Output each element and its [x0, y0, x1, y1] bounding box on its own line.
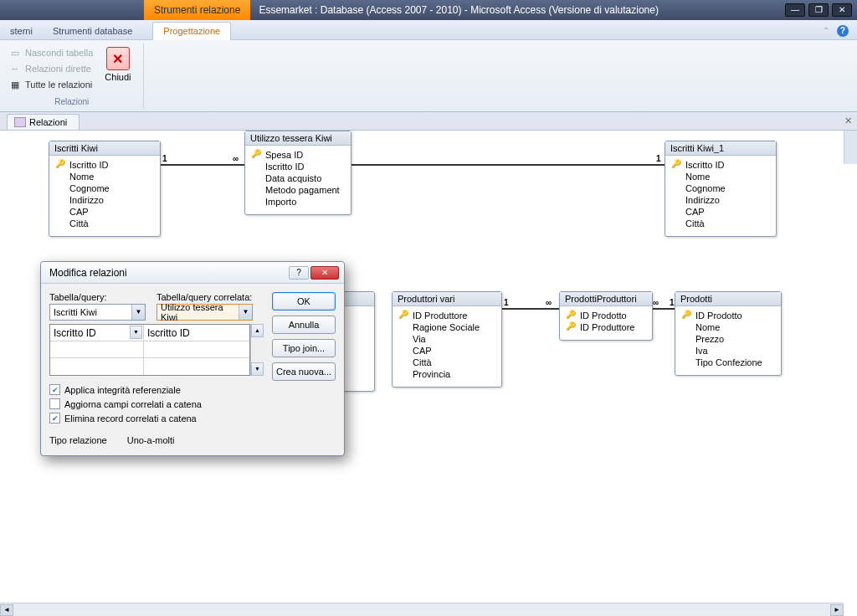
all-relations-label: Tutte le relazioni — [25, 80, 92, 90]
hide-table-label: Nascondi tabella — [25, 48, 93, 58]
window-minimize-icon[interactable]: — — [785, 3, 805, 17]
table-title: Utilizzo tessera Kiwi — [245, 131, 351, 146]
field[interactable]: CAP — [56, 206, 153, 218]
scroll-track[interactable] — [13, 604, 830, 616]
grid-cell-empty[interactable] — [144, 358, 238, 375]
field-key[interactable]: ID Prodotto — [567, 310, 645, 321]
field[interactable]: CAP — [672, 206, 769, 218]
field[interactable]: Città — [56, 218, 153, 229]
field[interactable]: Nome — [682, 321, 774, 333]
scroll-right-icon[interactable]: ► — [830, 604, 844, 616]
field-key[interactable]: Iscritto ID — [672, 159, 769, 171]
join-type-button[interactable]: Tipo join... — [272, 339, 336, 357]
cancel-button[interactable]: Annulla — [272, 316, 336, 334]
field[interactable]: Cognome — [672, 182, 769, 194]
vertical-scrollbar[interactable] — [844, 131, 857, 164]
document-close-icon[interactable]: ✕ — [844, 116, 852, 126]
checkbox-unchecked-icon — [49, 398, 60, 409]
field-key[interactable]: ID Produttore — [567, 321, 645, 333]
field[interactable]: Cognome — [56, 182, 153, 194]
ribbon-tab-bar: sterni Strumenti database Progettazione … — [0, 20, 857, 40]
field[interactable]: Nome — [672, 171, 769, 182]
ok-button[interactable]: OK — [272, 292, 336, 311]
title-bar: Strumenti relazione Essemarket : Databas… — [0, 0, 857, 20]
table-partial[interactable] — [341, 291, 375, 392]
relation-type-label: Tipo relazione — [49, 435, 107, 445]
grid-cell-left[interactable]: Iscritto ID ▼ — [50, 325, 144, 341]
field[interactable]: CAP — [399, 345, 495, 357]
edit-relation-dialog: Modifica relazioni ? ✕ Tabella/query: Is… — [40, 261, 345, 456]
field[interactable]: Iva — [682, 345, 774, 357]
combo-value: Utilizzo tessera Kiwi — [161, 302, 239, 322]
related-table-label: Tabella/query correlata: — [157, 292, 255, 302]
field[interactable]: Ragione Sociale — [399, 321, 495, 333]
field-key[interactable]: Spesa ID — [252, 149, 344, 161]
document-tab-label: Relazioni — [29, 117, 67, 127]
field[interactable]: Tipo Confezione — [682, 357, 774, 368]
horizontal-scrollbar[interactable]: ◄ ► — [0, 603, 844, 616]
grid-cell-empty[interactable] — [144, 341, 238, 357]
field[interactable]: Provincia — [399, 368, 495, 380]
field[interactable]: Indirizzo — [56, 194, 153, 206]
help-icon[interactable]: ? — [837, 25, 849, 37]
enforce-integrity-checkbox[interactable]: ✔ Applica integrità referenziale — [49, 384, 336, 395]
table-utilizzo-tessera[interactable]: Utilizzo tessera Kiwi Spesa ID Iscritto … — [244, 131, 352, 215]
field[interactable]: Città — [399, 357, 495, 368]
chevron-down-icon[interactable]: ▼ — [130, 326, 142, 339]
table-query-label: Tabella/query: — [49, 292, 148, 302]
field[interactable]: Data acquisto — [252, 172, 344, 184]
ribbon-group-label: Relazioni — [0, 97, 144, 106]
window-close-icon[interactable]: ✕ — [832, 3, 852, 17]
grid-cell-empty[interactable] — [50, 341, 144, 357]
cascade-delete-checkbox[interactable]: ✔ Elimina record correlati a catena — [49, 413, 336, 424]
tab-external[interactable]: sterni — [0, 23, 43, 39]
field-key[interactable]: ID Produttore — [399, 310, 495, 321]
table-produttori-vari[interactable]: Produttori vari ID Produttore Ragione So… — [392, 291, 502, 388]
hide-table-button[interactable]: ▭ Nascondi tabella — [7, 45, 95, 60]
ribbon-minimize-icon[interactable]: ⌃ — [820, 25, 832, 37]
field-mapping-grid[interactable]: Iscritto ID ▼ Iscritto ID — [49, 324, 250, 376]
grid-cell-right[interactable]: Iscritto ID — [144, 325, 238, 341]
relation-line — [350, 164, 666, 166]
dialog-title-bar[interactable]: Modifica relazioni ? ✕ — [41, 262, 344, 284]
table-iscritti-kiwi[interactable]: Iscritti Kiwi Iscritto ID Nome Cognome I… — [49, 141, 161, 237]
field-key[interactable]: ID Prodotto — [682, 310, 774, 321]
table-prodotti-produttori[interactable]: ProdottiProduttori ID Prodotto ID Produt… — [559, 291, 653, 341]
create-new-button[interactable]: Crea nuova... — [272, 362, 336, 381]
table-title: ProdottiProduttori — [560, 292, 652, 306]
grid-cell-empty[interactable] — [50, 358, 144, 375]
cascade-update-checkbox[interactable]: Aggiorna campi correlati a catena — [49, 398, 336, 409]
scroll-up-icon[interactable]: ▲ — [251, 324, 264, 337]
direct-relations-label: Relazioni dirette — [25, 64, 91, 74]
field[interactable]: Prezzo — [682, 333, 774, 345]
table-combo[interactable]: Iscritti Kiwi ▼ — [49, 304, 146, 321]
field[interactable]: Città — [672, 218, 769, 229]
field[interactable]: Metodo pagament — [252, 184, 344, 196]
document-tab-relations[interactable]: Relazioni — [7, 114, 80, 130]
field[interactable]: Iscritto ID — [252, 161, 344, 172]
dialog-help-icon[interactable]: ? — [289, 266, 309, 280]
field[interactable]: Nome — [56, 171, 153, 182]
field-key[interactable]: Iscritto ID — [56, 159, 153, 171]
table-title — [342, 292, 374, 306]
table-prodotti[interactable]: Prodotti ID Prodotto Nome Prezzo Iva Tip… — [675, 291, 782, 376]
scroll-left-icon[interactable]: ◄ — [0, 604, 13, 616]
all-relations-button[interactable]: ▦ Tutte le relazioni — [7, 77, 95, 92]
field[interactable]: Via — [399, 333, 495, 345]
related-table-combo[interactable]: Utilizzo tessera Kiwi ▼ — [157, 304, 253, 321]
relation-label-one: 1 — [504, 298, 509, 307]
chevron-down-icon: ▼ — [131, 305, 145, 320]
relation-label-inf: ∞ — [653, 298, 659, 307]
window-restore-icon[interactable]: ❐ — [808, 3, 829, 17]
direct-relations-button[interactable]: ↔ Relazioni dirette — [7, 61, 95, 76]
table-iscritti-kiwi-1[interactable]: Iscritti Kiwi_1 Iscritto ID Nome Cognome… — [665, 141, 777, 237]
dialog-close-icon[interactable]: ✕ — [310, 266, 339, 280]
relation-label-inf: ∞ — [546, 298, 552, 307]
field[interactable]: Importo — [252, 196, 344, 208]
relation-label-one: 1 — [670, 298, 675, 307]
tab-design[interactable]: Progettazione — [152, 22, 231, 40]
scroll-down-icon[interactable]: ▼ — [251, 362, 264, 376]
tab-db-tools[interactable]: Strumenti database — [43, 23, 142, 39]
scroll-track[interactable] — [251, 337, 264, 362]
field[interactable]: Indirizzo — [672, 194, 769, 206]
